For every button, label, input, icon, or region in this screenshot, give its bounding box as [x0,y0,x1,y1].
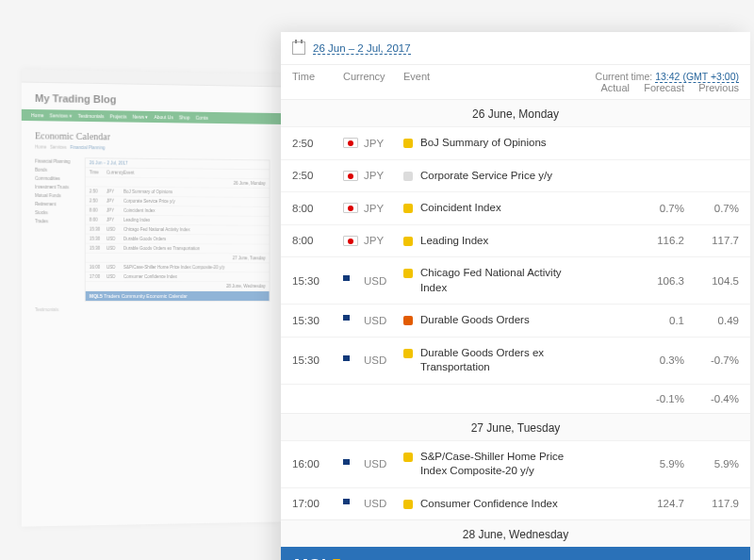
event-name: Durable Goods Orders ex Transportation [420,346,575,375]
event-currency: USD [343,275,403,287]
actual-value [575,458,630,469]
previous-value: -0.7% [684,354,739,366]
blog-title: My Trading Blog [22,83,283,114]
current-time: Current time: 13:42 (GMT +3:00) [596,71,739,82]
event-time: 15:30 [292,275,343,287]
event-row[interactable]: 17:00 USD Consumer Confidence Index 124.… [281,487,750,520]
actual-value [575,203,630,214]
event-row: -0.1% -0.4% [281,384,750,413]
previous-value: 117.7 [684,235,739,246]
col-event: Event [403,71,596,82]
actual-value [575,275,630,287]
event-currency: USD [343,315,403,326]
flag-icon [343,459,358,469]
event-currency: USD [343,458,403,469]
forecast-value: 116.2 [630,235,684,246]
forecast-value: 5.9% [630,458,684,469]
event-currency: JPY [343,203,403,214]
column-headers: Time Currency Event Current time: 13:42 … [281,65,750,82]
event-time: 15:30 [292,315,343,326]
flag-icon [343,236,358,246]
background-blog: My Trading Blog HomeServices ▾Testimonia… [22,69,283,526]
importance-icon [403,349,413,358]
blog-heading: Economic Calendar [22,121,283,148]
forecast-value: 0.7% [630,203,684,214]
event-time: 2:50 [292,138,343,149]
event-row[interactable]: 8:00 JPY Coincident Index 0.7% 0.7% [281,191,750,224]
forecast-value: 0.3% [630,354,684,366]
widget-footer[interactable]: MQL5 Traders Community Economic Calendar [281,547,750,560]
col-currency: Currency [343,71,403,82]
forecast-value: 0.1 [630,315,684,326]
importance-icon [403,172,413,181]
importance-icon [403,500,413,509]
event-currency: JPY [343,235,403,246]
actual-value [575,315,630,326]
col-previous: Previous [684,82,739,93]
event-name: S&P/Case-Shiller Home Price Index Compos… [420,450,575,479]
event-name: Leading Index [420,234,488,249]
flag-icon [343,315,358,325]
event-row[interactable]: 15:30 USD Durable Goods Orders 0.1 0.49 [281,304,750,337]
event-row[interactable]: 8:00 JPY Leading Index 116.2 117.7 [281,224,750,257]
mql5-logo: MQL5 [294,556,341,560]
event-time: 17:00 [292,498,343,509]
event-time: 8:00 [292,203,343,214]
actual-value [575,498,630,509]
previous-value: 104.5 [684,275,739,287]
forecast-value: 124.7 [630,498,684,509]
flag-icon [343,138,358,148]
event-name: Consumer Confidence Index [420,497,558,512]
flag-icon [343,499,358,509]
flag-icon [343,275,358,286]
importance-icon [403,139,413,148]
event-row[interactable]: 16:00 USD S&P/Case-Shiller Home Price In… [281,440,750,487]
testimonials-label: Testimonials [22,302,283,318]
event-name: Chicago Fed National Activity Index [420,266,575,295]
event-row[interactable]: 2:50 JPY BoJ Summary of Opinions [281,126,750,159]
day-header: 27 June, Tuesday [281,413,750,440]
col-forecast: Forecast [630,82,684,93]
event-name: Coincident Index [420,201,501,216]
col-actual: Actual [575,82,630,93]
economic-calendar-widget: 26 Jun – 2 Jul, 2017 Time Currency Event… [281,32,750,560]
event-currency: JPY [343,170,403,181]
event-time: 16:00 [292,458,343,469]
importance-icon [403,453,413,462]
importance-icon [403,316,413,325]
calendar-icon [292,41,305,55]
event-rows: 26 June, Monday 2:50 JPY BoJ Summary of … [281,99,750,547]
blog-mini-calendar: 26 Jun – 2 Jul, 2017 TimeCurrencyEvent 2… [85,157,270,302]
actual-value [575,235,630,246]
value-column-headers: Actual Forecast Previous [281,82,750,99]
importance-icon [403,269,413,278]
event-row[interactable]: 15:30 USD Durable Goods Orders ex Transp… [281,337,750,384]
event-currency: JPY [343,138,403,149]
event-time: 2:50 [292,170,343,181]
event-currency: USD [343,354,403,366]
flag-icon [343,203,358,213]
day-header: 28 June, Wednesday [281,519,750,547]
col-time: Time [292,71,343,82]
previous-value: 0.7% [684,203,739,214]
event-row[interactable]: 15:30 USD Chicago Fed National Activity … [281,256,750,304]
flag-icon [343,171,358,181]
date-range-picker[interactable]: 26 Jun – 2 Jul, 2017 [281,32,750,65]
actual-value [575,354,630,366]
importance-icon [403,237,413,246]
event-time: 15:30 [292,354,343,366]
previous-value: 117.9 [684,498,739,509]
previous-value: 0.49 [684,315,739,326]
blog-sidebar: Financial PlanningBondsCommoditiesInvest… [35,157,77,302]
event-name: Corporate Service Price y/y [420,169,552,184]
event-name: Durable Goods Orders [420,313,530,328]
event-currency: USD [343,498,403,509]
previous-value: 5.9% [684,458,739,469]
flag-icon [343,355,358,366]
date-range-text: 26 Jun – 2 Jul, 2017 [313,42,411,55]
event-time: 8:00 [292,235,343,246]
importance-icon [403,204,413,213]
event-name: BoJ Summary of Opinions [420,136,547,151]
event-row[interactable]: 2:50 JPY Corporate Service Price y/y [281,159,750,192]
forecast-value: 106.3 [630,275,684,287]
